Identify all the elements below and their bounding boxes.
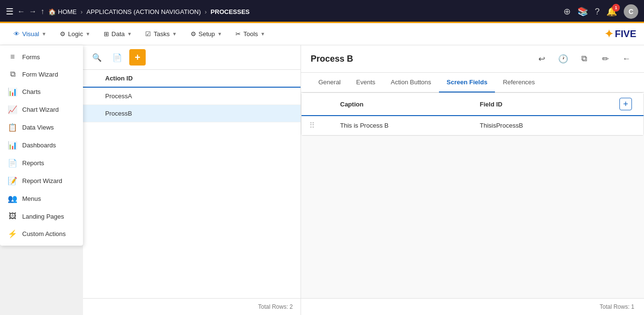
caption-cell: This is Process B [340,122,480,129]
tab-references[interactable]: References [495,73,542,92]
drag-handle[interactable]: ⠿ [309,121,324,130]
nav-visual-label: Visual [22,30,39,38]
drag-dots-icon: ⠿ [309,121,315,130]
document-button[interactable]: 📄 [109,49,125,66]
second-nav: 👁 Visual ▼ ⚙ Logic ▼ ⊞ Data ▼ ☑ Tasks ▼ … [0,23,644,45]
dropdown-item-custom-actions[interactable]: ⚡ Custom Actions [0,225,83,243]
screen-field-row[interactable]: ⠿ This is Process B ThisisProcessB [301,116,644,135]
dropdown-item-report-wizard[interactable]: 📝 Report Wizard [0,172,83,190]
logic-icon: ⚙ [60,30,66,38]
nav-data[interactable]: ⊞ Data ▼ [98,26,137,41]
add-button[interactable]: + [129,49,146,66]
support-icon[interactable]: ⊕ [563,6,571,17]
sep2: › [205,8,206,15]
nav-logic[interactable]: ⚙ Logic ▼ [54,26,96,41]
left-panel-footer: Total Rows: 2 [83,298,301,315]
nav-setup[interactable]: ⚙ Setup ▼ [185,26,228,41]
dropdown-item-reports[interactable]: 📄 Reports [0,154,83,172]
nav-tasks[interactable]: ☑ Tasks ▼ [139,26,182,41]
dropdown-item-chart-wizard[interactable]: 📈 Chart Wizard [0,101,83,118]
processes-crumb[interactable]: PROCESSES [211,8,250,15]
reports-label: Reports [22,159,44,167]
history-button[interactable]: 🕐 [555,51,571,66]
panel-title: Process B [311,54,353,64]
left-panel-header: Action ID [83,70,301,88]
chevron-down-icon: ▼ [260,31,265,37]
back-button[interactable]: ← [619,51,634,66]
landing-pages-label: Landing Pages [22,213,64,220]
nav-tools[interactable]: ✂ Tools ▼ [230,26,271,41]
dashboards-label: Dashboards [22,142,56,149]
chevron-down-icon: ▼ [127,31,132,37]
applications-crumb[interactable]: APPLICATIONS (ACTION NAVIGATION) [86,8,201,15]
tasks-icon: ☑ [145,30,151,38]
forms-label: Forms [22,53,40,61]
dropdown-item-data-views[interactable]: 📋 Data Views [0,118,83,136]
table-row[interactable]: ProcessA [83,88,301,105]
data-views-icon: 📋 [8,123,17,132]
notifications-icon[interactable]: 🔔 1 [606,6,617,17]
back-arrow-icon[interactable]: ← [17,7,25,16]
eye-icon: 👁 [14,30,20,38]
breadcrumb: 🏠 HOME › APPLICATIONS (ACTION NAVIGATION… [48,8,250,15]
left-panel-toolbar: 🔍 📄 + [83,45,301,70]
menus-icon: 👥 [8,194,17,203]
avatar[interactable]: C [624,4,638,19]
home-link[interactable]: 🏠 HOME [48,8,77,15]
right-total-rows: Total Rows: 1 [600,303,634,310]
tools-icon: ✂ [235,30,241,38]
chevron-down-icon: ▼ [41,31,46,37]
dropdown-item-landing-pages[interactable]: 🖼 Landing Pages [0,208,83,225]
main-layout: ≡ Forms ⧉ Form Wizard 📊 Charts 📈 Chart W… [0,45,644,315]
dropdown-item-forms[interactable]: ≡ Forms [0,48,83,66]
add-field-button[interactable]: + [619,98,632,110]
logo-text: FIVE [615,28,636,39]
top-nav: ☰ ← → ↑ 🏠 HOME › APPLICATIONS (ACTION NA… [0,0,644,23]
nav-tasks-label: Tasks [153,30,169,38]
sep1: › [81,8,82,15]
search-button[interactable]: 🔍 [89,49,105,66]
add-col-header: + [619,98,636,110]
five-logo: ✦ FIVE [604,28,636,40]
charts-icon: 📊 [8,87,17,96]
up-arrow-icon[interactable]: ↑ [41,7,44,16]
nav-logic-label: Logic [68,30,83,38]
tab-general[interactable]: General [311,73,348,92]
books-icon[interactable]: 📚 [577,6,588,17]
form-wizard-label: Form Wizard [22,71,58,78]
menus-label: Menus [22,195,41,202]
hamburger-icon[interactable]: ☰ [6,6,14,17]
table-row[interactable]: ProcessB [83,105,301,122]
data-icon: ⊞ [104,30,109,38]
dropdown-item-charts[interactable]: 📊 Charts [0,83,83,101]
report-wizard-icon: 📝 [8,176,17,185]
report-wizard-label: Report Wizard [22,177,62,184]
tab-action-buttons[interactable]: Action Buttons [383,73,439,92]
notification-badge: 1 [612,4,620,12]
dropdown-item-form-wizard[interactable]: ⧉ Form Wizard [0,66,83,83]
chevron-down-icon: ▼ [172,31,177,37]
chevron-down-icon: ▼ [218,31,222,37]
dropdown-item-menus[interactable]: 👥 Menus [0,190,83,208]
top-nav-right: ⊕ 📚 ? 🔔 1 C [563,4,638,19]
dropdown-item-dashboards[interactable]: 📊 Dashboards [0,136,83,154]
landing-pages-icon: 🖼 [8,212,17,221]
nav-visual[interactable]: 👁 Visual ▼ [8,26,52,41]
chart-wizard-label: Chart Wizard [22,106,59,113]
undo-button[interactable]: ↩ [534,51,549,66]
setup-icon: ⚙ [191,30,196,38]
tab-screen-fields[interactable]: Screen Fields [439,73,495,92]
dashboards-icon: 📊 [8,141,17,150]
chevron-down-icon: ▼ [85,31,90,37]
visual-dropdown: ≡ Forms ⧉ Form Wizard 📊 Charts 📈 Chart W… [0,45,83,246]
form-wizard-icon: ⧉ [8,70,17,79]
tab-events[interactable]: Events [348,73,383,92]
nav-tools-label: Tools [243,30,258,38]
edit-button[interactable]: ✏ [598,51,613,66]
help-icon[interactable]: ? [595,7,600,17]
data-views-label: Data Views [22,124,54,131]
forward-arrow-icon[interactable]: → [29,7,37,16]
nav-data-label: Data [111,30,124,38]
copy-button[interactable]: ⧉ [576,51,592,66]
reports-icon: 📄 [8,158,17,168]
